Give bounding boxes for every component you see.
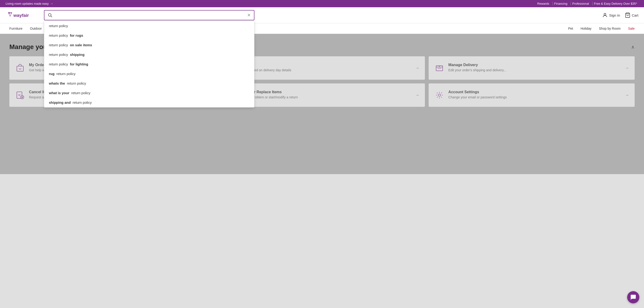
svg-rect-8 <box>17 66 24 71</box>
bag-icon <box>15 63 25 73</box>
cancel-icon <box>15 90 25 100</box>
card-return-replace-title: Return or Replace Items <box>239 90 412 94</box>
card-delivery-desc: Stay updated on delivery day details <box>239 68 412 73</box>
dropdown-item-8[interactable]: shipping and return policy <box>44 98 254 107</box>
cart-icon <box>625 12 630 18</box>
top-links: Rewards Financing Professional Free & Ea… <box>536 2 638 5</box>
card-return-replace-arrow: → <box>415 93 419 98</box>
dropdown-item-2[interactable]: return policy on sale items <box>44 40 254 50</box>
card-manage-delivery-arrow: → <box>625 66 629 71</box>
card-account-settings[interactable]: Account Settings Change your email or pa… <box>429 83 635 107</box>
search-input[interactable]: return policy <box>55 13 245 17</box>
professional-link[interactable]: Professional <box>570 2 590 5</box>
nav-sale[interactable]: Sale <box>624 23 638 34</box>
card-delivery-content: Delivery Stay updated on delivery day de… <box>239 63 412 73</box>
dropdown-item-3[interactable]: return policy shipping <box>44 50 254 59</box>
delivery-link[interactable]: Free & Easy Delivery Over $35* <box>592 2 638 5</box>
header-right: Sign In Cart <box>602 12 638 18</box>
search-dropdown: return policy return policy for rugs ret… <box>44 21 254 107</box>
nav-outdoor[interactable]: Outdoor <box>26 23 46 34</box>
rewards-link[interactable]: Rewards <box>536 2 551 5</box>
card-account-settings-title: Account Settings <box>448 90 621 94</box>
search-icon[interactable] <box>48 13 52 17</box>
card-manage-delivery-content: Manage Delivery Edit your order's shippi… <box>448 63 621 73</box>
card-account-settings-arrow: → <box>625 93 629 98</box>
dropdown-item-7[interactable]: what is your return policy <box>44 88 254 98</box>
user-icon <box>602 12 608 18</box>
cart-label: Cart <box>632 13 638 17</box>
clear-icon[interactable]: ✕ <box>247 13 251 17</box>
search-container: return policy ✕ return policy return pol… <box>44 10 254 20</box>
svg-point-6 <box>604 13 606 15</box>
financing-link[interactable]: Financing <box>552 2 569 5</box>
top-banner: Living room updates made easy → Rewards … <box>0 0 644 7</box>
svg-point-4 <box>48 13 51 16</box>
svg-point-19 <box>438 94 440 96</box>
svg-marker-2 <box>9 15 11 17</box>
nav-holiday[interactable]: Holiday <box>577 23 595 34</box>
dropdown-item-6[interactable]: whats the return policy <box>44 78 254 88</box>
card-return-replace-content: Return or Replace Items Report a problem… <box>239 90 412 100</box>
cart-button[interactable]: Cart <box>625 12 638 18</box>
sign-in-label: Sign In <box>609 13 620 17</box>
promo-text[interactable]: Living room updates made easy → <box>6 2 53 5</box>
logo[interactable]: wayfair <box>6 10 38 20</box>
box-icon <box>434 63 444 73</box>
header: wayfair return policy ✕ return policy re… <box>0 7 644 23</box>
nav-pet[interactable]: Pet <box>564 23 577 34</box>
dropdown-item-4[interactable]: return policy for lighting <box>44 59 254 69</box>
card-manage-delivery-title: Manage Delivery <box>448 63 621 67</box>
dropdown-item-0[interactable]: return policy <box>44 21 254 31</box>
promo-arrow: → <box>50 2 53 5</box>
nav-shop-by-room[interactable]: Shop by Room <box>595 23 624 34</box>
collapse-button[interactable]: ∧ <box>631 44 635 50</box>
nav-furniture[interactable]: Furniture <box>6 23 26 34</box>
card-account-settings-desc: Change your email or password settings <box>448 95 621 100</box>
search-box: return policy ✕ <box>44 10 254 20</box>
card-delivery-arrow: → <box>415 66 419 71</box>
svg-marker-1 <box>10 12 12 15</box>
svg-line-5 <box>51 16 52 17</box>
sign-in-button[interactable]: Sign In <box>602 12 620 18</box>
card-return-replace-desc: Report a problem or start/modify a retur… <box>239 95 412 100</box>
card-account-settings-content: Account Settings Change your email or pa… <box>448 90 621 100</box>
promo-label: Living room updates made easy <box>6 2 49 5</box>
card-manage-delivery[interactable]: Manage Delivery Edit your order's shippi… <box>429 56 635 80</box>
gear-icon <box>434 90 444 100</box>
card-manage-delivery-desc: Edit your order's shipping and delivery.… <box>448 68 621 73</box>
dropdown-item-5[interactable]: rug return policy <box>44 69 254 78</box>
card-delivery-title: Delivery <box>239 63 412 67</box>
svg-text:wayfair: wayfair <box>13 13 29 18</box>
dropdown-item-1[interactable]: return policy for rugs <box>44 31 254 40</box>
svg-marker-0 <box>8 12 10 15</box>
